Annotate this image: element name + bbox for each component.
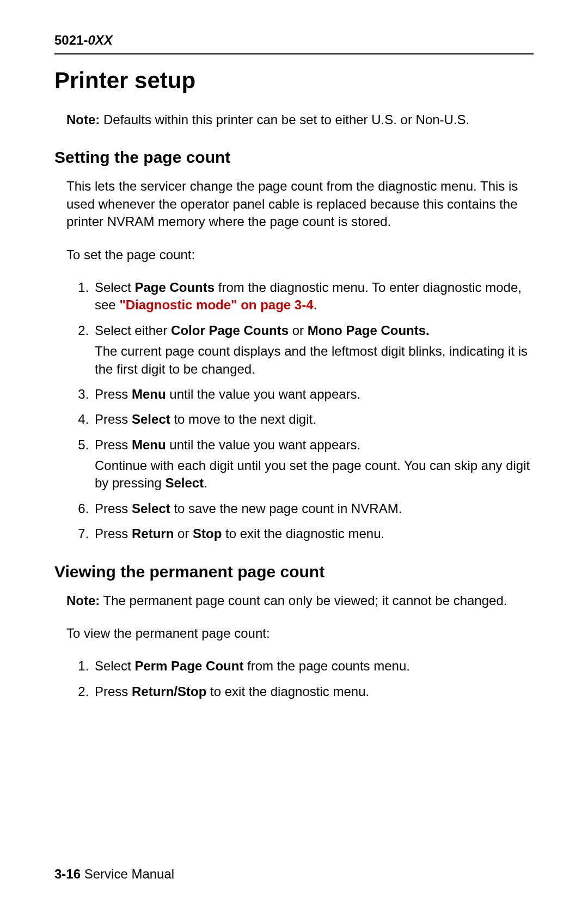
list-item: Press Menu until the value you want appe… (93, 436, 534, 492)
list-item: Press Return or Stop to exit the diagnos… (93, 525, 534, 542)
section2-steps: Select Perm Page Count from the page cou… (93, 657, 534, 700)
list-item: Select Perm Page Count from the page cou… (93, 657, 534, 675)
cross-ref-link[interactable]: "Diagnostic mode" on page 3-4 (119, 297, 313, 312)
header-divider (54, 53, 534, 54)
section-heading-2: Viewing the permanent page count (54, 563, 534, 581)
list-item: Press Menu until the value you want appe… (93, 386, 534, 403)
page-number: 3-16 (54, 867, 81, 881)
list-item: Select Page Counts from the diagnostic m… (93, 279, 534, 314)
section1-intro: This lets the servicer change the page c… (66, 178, 534, 230)
note-text: Defaults within this printer can be set … (100, 112, 469, 127)
header-model: 5021-0XX (54, 33, 534, 48)
list-item: Select either Color Page Counts or Mono … (93, 322, 534, 378)
note-label: Note: (66, 593, 100, 608)
list-item-sub: The current page count displays and the … (95, 343, 534, 378)
list-item: Press Return/Stop to exit the diagnostic… (93, 683, 534, 700)
model-suffix: 0XX (88, 33, 112, 47)
section2-lead: To view the permanent page count: (66, 625, 534, 642)
note-paragraph: Note: Defaults within this printer can b… (66, 111, 534, 129)
page-title: Printer setup (54, 68, 534, 94)
section2-note: Note: The permanent page count can only … (66, 592, 534, 609)
note-label: Note: (66, 112, 100, 127)
model-prefix: 5021- (54, 33, 88, 47)
page-footer: 3-16 Service Manual (54, 867, 174, 882)
section-heading-1: Setting the page count (54, 148, 534, 167)
note-text: The permanent page count can only be vie… (100, 593, 507, 608)
list-item: Press Select to save the new page count … (93, 500, 534, 517)
section1-lead: To set the page count: (66, 246, 534, 264)
list-item-sub: Continue with each digit until you set t… (95, 457, 534, 492)
footer-label: Service Manual (81, 867, 174, 881)
list-item: Press Select to move to the next digit. (93, 411, 534, 428)
section1-steps: Select Page Counts from the diagnostic m… (93, 279, 534, 543)
